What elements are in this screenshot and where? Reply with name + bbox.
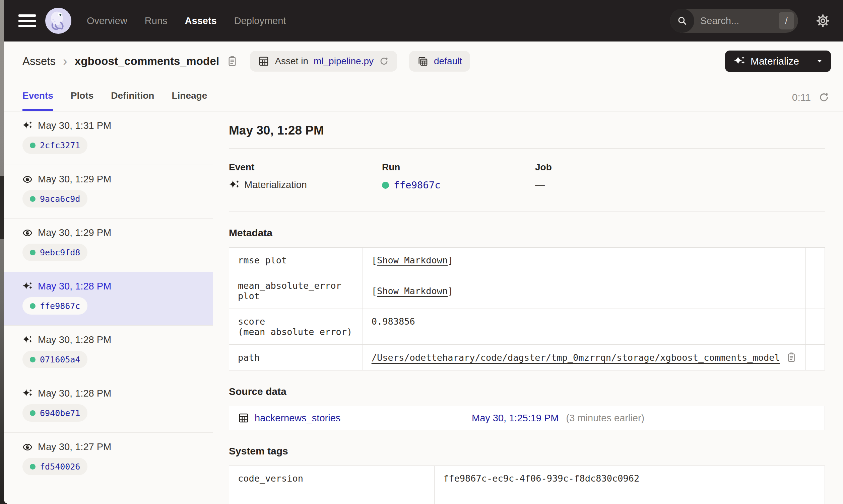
nav-item-deployment[interactable]: Deployment — [234, 15, 286, 26]
run-status-dot — [30, 250, 35, 255]
event-date: May 30, 1:28 PM — [38, 281, 111, 292]
run-id-pill[interactable]: 9aca6c9d — [22, 190, 87, 208]
search-input[interactable] — [694, 15, 779, 26]
table-row: score (mean_absolute_error) 0.983856 — [229, 309, 825, 345]
system-tags-table: code_version ffe9867c-ec9c-4f06-939c-f8d… — [229, 466, 825, 504]
copy-path-icon[interactable] — [786, 352, 797, 363]
tab-bar: Events Plots Definition Lineage 0:11 — [4, 81, 843, 111]
source-timestamp-link[interactable]: May 30, 1:25:19 PM — [472, 413, 559, 424]
materialization-sparkle-icon — [22, 335, 33, 345]
pipeline-file-link[interactable]: ml_pipeline.py — [314, 56, 374, 67]
event-list-item[interactable]: May 30, 1:27 PM fd540026 — [4, 433, 213, 486]
show-markdown-link[interactable]: Show Markdown — [377, 286, 448, 296]
observation-eye-icon — [22, 174, 33, 184]
materialization-sparkle-icon — [229, 180, 240, 191]
run-id-pill[interactable]: 2cfc3271 — [22, 137, 87, 154]
materialization-sparkle-icon — [22, 282, 33, 291]
top-nav: Overview Runs Assets Deployment / — [4, 0, 843, 41]
background-window-sliver — [0, 176, 4, 239]
event-list-item-selected[interactable]: May 30, 1:28 PM ffe9867c — [4, 272, 213, 326]
metadata-value: [Show Markdown] — [363, 248, 806, 273]
run-status-dot — [30, 357, 35, 362]
breadcrumb-row: Assets › xgboost_comments_model Asset in… — [4, 41, 843, 81]
metadata-value: /Users/odetteharary/code/dagster/tmp_0mz… — [363, 345, 806, 371]
repo-grid-icon — [417, 56, 429, 67]
metadata-heading: Metadata — [229, 227, 825, 239]
search-shortcut-badge: / — [779, 12, 794, 30]
run-status-dot — [30, 410, 35, 416]
run-id-pill[interactable]: fd540026 — [22, 458, 87, 475]
refresh-icon[interactable] — [818, 92, 830, 103]
metadata-table: rmse plot [Show Markdown] mean_absolute_… — [229, 247, 825, 371]
metadata-key: path — [229, 345, 363, 371]
source-relative-time: (3 minutes earlier) — [566, 413, 644, 424]
nav-links: Overview Runs Assets Deployment — [87, 15, 286, 26]
nav-item-runs[interactable]: Runs — [145, 15, 168, 26]
copy-asset-name-icon[interactable] — [226, 56, 238, 67]
event-list-item[interactable]: May 30, 1:28 PM 071605a4 — [4, 326, 213, 379]
materialize-button[interactable]: Materialize — [725, 51, 808, 72]
system-tag-value: ffe9867c-ec9c-4f06-939c-f8dc830c0962 — [434, 466, 825, 491]
table-endcap — [806, 248, 825, 273]
tab-events[interactable]: Events — [22, 90, 53, 111]
run-id-link[interactable]: ffe9867c — [394, 179, 441, 191]
event-column-label: Event — [229, 162, 382, 173]
event-date: May 30, 1:29 PM — [38, 227, 111, 238]
metadata-value: [Show Markdown] — [363, 273, 806, 309]
event-list-item[interactable]: May 30, 1:29 PM 9aca6c9d — [4, 165, 213, 218]
table-row: path /Users/odetteharary/code/dagster/tm… — [229, 345, 825, 371]
menu-icon[interactable] — [18, 14, 36, 27]
settings-gear-icon[interactable] — [815, 13, 830, 28]
repo-default-link[interactable]: default — [434, 56, 462, 67]
search-box[interactable]: / — [670, 9, 798, 33]
run-column-label: Run — [382, 162, 535, 173]
dagster-app-window: Overview Runs Assets Deployment / — [4, 0, 843, 504]
nav-item-overview[interactable]: Overview — [87, 15, 127, 26]
asset-in-label: Asset in — [275, 56, 308, 67]
tab-lineage[interactable]: Lineage — [172, 90, 207, 111]
show-markdown-link[interactable]: Show Markdown — [377, 255, 448, 265]
event-date: May 30, 1:29 PM — [38, 174, 111, 185]
observation-eye-icon — [22, 228, 33, 238]
page-title: xgboost_comments_model — [75, 55, 220, 68]
table-endcap — [806, 345, 825, 371]
run-status-dot — [30, 196, 35, 202]
table-endcap — [806, 309, 825, 345]
breadcrumb-assets-link[interactable]: Assets — [22, 55, 56, 68]
metadata-key: mean_absolute_error plot — [229, 273, 363, 309]
source-data-table: hackernews_stories May 30, 1:25:19 PM (3… — [229, 406, 825, 430]
dagster-logo[interactable] — [45, 8, 71, 34]
table-row: rmse plot [Show Markdown] — [229, 248, 825, 273]
event-list-item[interactable]: May 30, 1:31 PM 2cfc3271 — [4, 111, 213, 165]
run-id-pill[interactable]: 6940be71 — [22, 404, 87, 422]
sparkle-icon — [734, 56, 745, 67]
tab-definition[interactable]: Definition — [111, 90, 154, 111]
event-detail-panel: May 30, 1:28 PM Event Materialization Ru… — [213, 111, 843, 504]
event-date: May 30, 1:27 PM — [38, 442, 111, 452]
reload-definitions-icon[interactable] — [379, 56, 389, 66]
table-row: code_version ffe9867c-ec9c-4f06-939c-f8d… — [229, 466, 825, 491]
event-date: May 30, 1:28 PM — [38, 334, 111, 345]
metadata-key: score (mean_absolute_error) — [229, 309, 363, 345]
nav-item-assets[interactable]: Assets — [185, 15, 217, 26]
path-link[interactable]: /Users/odetteharary/code/dagster/tmp_0mz… — [372, 353, 780, 363]
run-status-dot — [30, 143, 35, 148]
asset-table-icon — [238, 412, 249, 424]
run-id-pill[interactable]: 071605a4 — [22, 351, 87, 368]
event-type-value: Materialization — [244, 179, 307, 191]
system-tags-heading: System tags — [229, 446, 825, 457]
metadata-key: rmse plot — [229, 248, 363, 273]
run-id-pill[interactable]: ffe9867c — [22, 297, 87, 314]
materialize-dropdown-caret[interactable] — [808, 51, 831, 72]
asset-table-icon — [258, 56, 269, 67]
run-status-dot — [30, 303, 35, 309]
table-row: hackernews_stories May 30, 1:25:19 PM (3… — [229, 406, 825, 430]
event-list-item[interactable]: May 30, 1:28 PM 6940be71 — [4, 379, 213, 433]
source-asset-link[interactable]: hackernews_stories — [238, 412, 454, 424]
event-list-item[interactable]: May 30, 1:29 PM 9ebc9fd8 — [4, 218, 213, 272]
event-detail-title: May 30, 1:28 PM — [229, 124, 825, 138]
tab-plots[interactable]: Plots — [71, 90, 93, 111]
search-icon — [670, 9, 694, 33]
run-id-pill[interactable]: 9ebc9fd8 — [22, 244, 87, 261]
refresh-countdown: 0:11 — [792, 92, 811, 103]
